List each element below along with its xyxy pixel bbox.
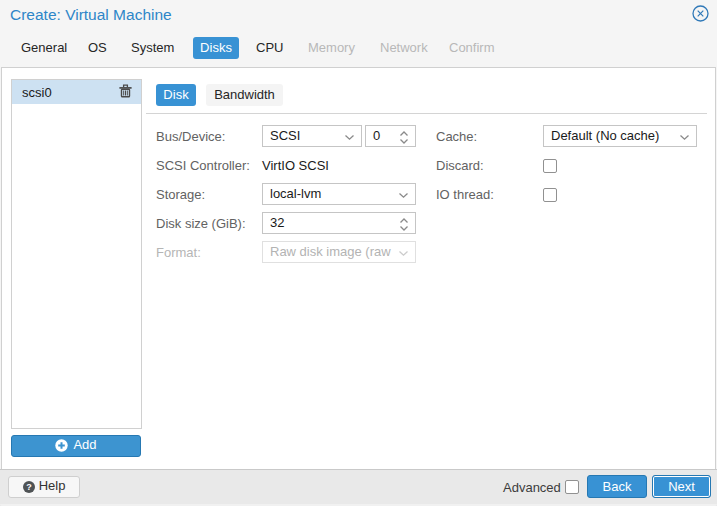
svg-text:?: ? (26, 482, 32, 492)
